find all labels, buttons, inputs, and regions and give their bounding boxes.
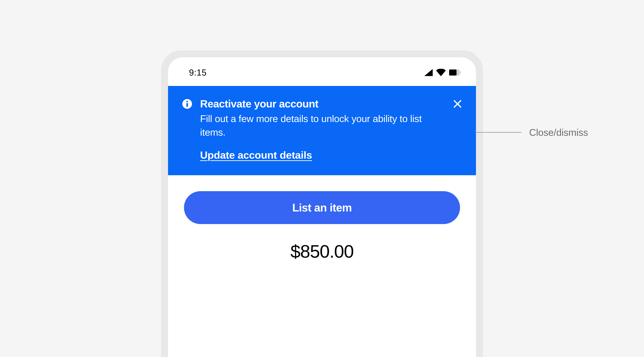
info-icon [182,99,192,109]
cellular-icon [424,69,433,76]
svg-rect-2 [460,71,461,74]
update-account-link[interactable]: Update account details [200,149,312,161]
phone-screen: 9:15 [168,57,476,357]
svg-rect-1 [456,70,460,76]
svg-rect-5 [186,103,188,107]
banner-description: Fill out a few more details to unlock yo… [200,112,445,139]
battery-icon [449,70,461,76]
svg-point-4 [186,101,188,102]
content-area: List an item $850.00 [168,175,476,262]
annotation-close: Close/dismiss [474,127,588,138]
annotation-label: Close/dismiss [529,127,588,138]
close-icon [453,100,462,109]
status-icons [424,69,461,76]
banner-title: Reactivate your account [200,98,445,110]
phone-frame: 9:15 [161,50,483,357]
price-display: $850.00 [184,241,460,262]
reactivate-banner: Reactivate your account Fill out a few m… [168,86,476,175]
status-bar: 9:15 [168,57,476,86]
list-item-button[interactable]: List an item [184,191,460,224]
close-button[interactable] [452,99,462,109]
status-time: 9:15 [189,68,206,78]
banner-content: Reactivate your account Fill out a few m… [200,98,462,161]
svg-rect-0 [449,70,456,76]
annotation-line [474,132,522,133]
wifi-icon [436,69,446,76]
